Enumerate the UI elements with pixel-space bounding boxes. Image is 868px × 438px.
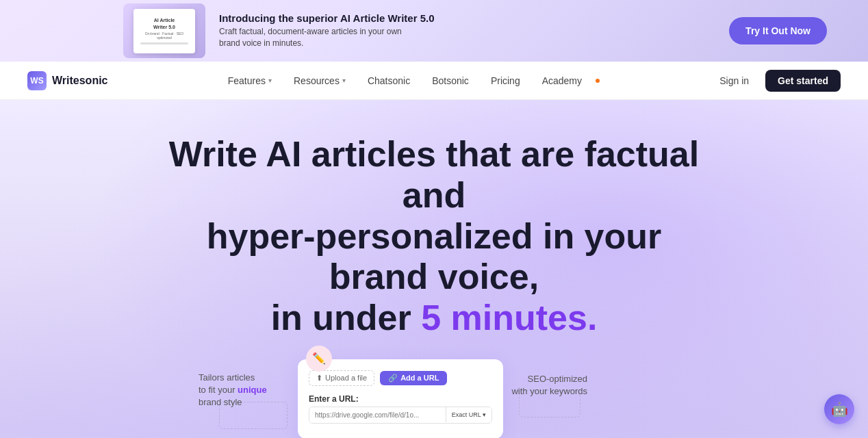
url-card-header: ⬆ Upload a file 🔗 Add a URL — [309, 370, 492, 386]
hero-title-highlight: 5 minutes. — [421, 298, 597, 337]
nav-item-academy[interactable]: Academy — [534, 71, 590, 90]
brand-line2: to fit your — [199, 385, 238, 395]
seo-line2: with your keywords — [511, 386, 587, 396]
brand-style-label: Tailors articles to fit your unique bran… — [199, 372, 267, 409]
nav-label-botsonic: Botsonic — [432, 75, 469, 86]
url-input-row: Enter a URL: Exact URL ▾ — [309, 394, 492, 424]
chat-widget-icon: 🤖 — [831, 401, 848, 417]
add-url-label: Add a URL — [400, 374, 439, 382]
navbar: WS Writesonic Features ▾ Resources ▾ Cha… — [0, 62, 868, 100]
url-input-wrapper: Exact URL ▾ — [309, 407, 492, 424]
logo-link[interactable]: WS Writesonic — [27, 71, 108, 90]
exact-url-label: Exact URL — [452, 411, 481, 418]
nav-item-botsonic[interactable]: Botsonic — [424, 71, 477, 90]
edit-icon: ✏️ — [312, 352, 326, 365]
hero-title-line3: in under — [271, 298, 422, 337]
brand-line1: Tailors articles — [199, 372, 255, 383]
nav-item-resources[interactable]: Resources ▾ — [285, 71, 354, 90]
hero-title-block: Write AI articles that are factual and h… — [126, 134, 742, 339]
url-input-card: ⬆ Upload a file 🔗 Add a URL Enter a URL:… — [298, 359, 503, 438]
mockup-bar — [140, 42, 188, 44]
banner-mockup-image: AI Article Writer 5.0 On-brand · Factual… — [123, 3, 205, 58]
seo-label: SEO-optimized with your keywords — [511, 373, 587, 398]
hero-heading: Write AI articles that are factual and h… — [153, 134, 715, 339]
logo-icon: WS — [27, 71, 47, 90]
url-field-label: Enter a URL: — [309, 394, 492, 404]
get-started-button[interactable]: Get started — [765, 70, 841, 92]
banner-description: Craft factual, document-aware articles i… — [219, 26, 411, 49]
chevron-down-icon: ▾ — [268, 77, 272, 84]
hero-title-line1: Write AI articles that are factual and — [169, 134, 700, 215]
mockup-subtitle: Writer 5.0 — [153, 24, 175, 30]
hero-section: Write AI articles that are factual and h… — [0, 100, 868, 438]
banner-content: AI Article Writer 5.0 On-brand · Factual… — [123, 3, 435, 58]
chat-widget-button[interactable]: 🤖 — [824, 394, 854, 424]
mockup-title: AI Article — [154, 17, 175, 23]
navbar-actions: Sign in Get started — [711, 70, 841, 92]
banner-text-block: Introducing the superior AI Article Writ… — [219, 12, 435, 49]
brand-line4: brand style — [199, 397, 242, 407]
nav-item-pricing[interactable]: Pricing — [483, 71, 528, 90]
brand-unique: unique — [238, 385, 267, 395]
nav-links: Features ▾ Resources ▾ Chatsonic Botsoni… — [220, 71, 600, 90]
nav-label-resources: Resources — [294, 75, 340, 86]
nav-label-features: Features — [228, 75, 266, 86]
upload-file-label: Upload a file — [325, 374, 367, 382]
nav-item-chatsonic[interactable]: Chatsonic — [359, 71, 418, 90]
add-url-button[interactable]: 🔗 Add a URL — [380, 371, 447, 385]
logo-icon-text: WS — [30, 76, 43, 86]
url-input[interactable] — [309, 407, 446, 423]
nav-label-academy: Academy — [542, 75, 582, 86]
hero-title-line2: hyper-personalized in your brand voice, — [207, 216, 662, 297]
nav-label-chatsonic: Chatsonic — [368, 75, 410, 86]
sign-in-button[interactable]: Sign in — [711, 71, 757, 90]
link-icon: 🔗 — [388, 374, 398, 383]
banner-heading: Introducing the superior AI Article Writ… — [219, 12, 435, 24]
seo-line1: SEO-optimized — [528, 374, 587, 384]
nav-label-pricing: Pricing — [491, 75, 520, 86]
logo-text: Writesonic — [52, 75, 108, 87]
edit-icon-circle: ✏️ — [306, 346, 332, 372]
mockup-sub: On-brand · Factual · SEO optimized — [138, 31, 191, 40]
upload-icon: ⬆ — [316, 374, 322, 383]
chevron-down-icon: ▾ — [342, 77, 346, 84]
banner-cta-button[interactable]: Try It Out Now — [729, 17, 827, 44]
upload-file-button[interactable]: ⬆ Upload a file — [309, 370, 374, 386]
hero-diagram: Tailors articles to fit your unique bran… — [0, 352, 868, 438]
promo-banner: AI Article Writer 5.0 On-brand · Factual… — [0, 0, 868, 62]
notification-dot — [596, 79, 600, 83]
exact-url-badge: Exact URL ▾ — [446, 407, 492, 422]
nav-item-features[interactable]: Features ▾ — [220, 71, 280, 90]
